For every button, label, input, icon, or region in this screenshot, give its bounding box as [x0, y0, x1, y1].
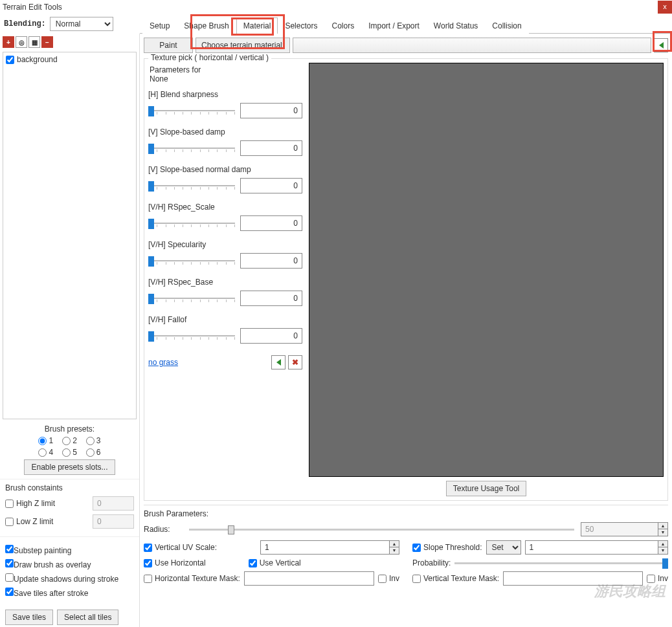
grass-prev-icon[interactable]: [271, 355, 286, 369]
tab-shape-brush[interactable]: Shape Brush: [177, 17, 236, 34]
layer-tree[interactable]: background: [3, 52, 137, 419]
preset-5[interactable]: 5: [62, 448, 77, 457]
param-slider-1[interactable]: [148, 142, 235, 154]
spin-down-icon[interactable]: ▼: [658, 529, 667, 536]
constraints-label: Brush constaints: [5, 483, 134, 492]
param-slider-3[interactable]: [148, 217, 235, 229]
grid-icon[interactable]: ▦: [28, 36, 40, 48]
tab-material[interactable]: Material: [236, 17, 278, 34]
window-title: Terrain Edit Tools: [3, 3, 62, 12]
probability-label: Probability:: [412, 558, 451, 567]
preset-3[interactable]: 3: [86, 436, 101, 445]
param-slider-2[interactable]: [148, 180, 235, 192]
params-target: None: [150, 74, 168, 83]
param-value-4[interactable]: [240, 253, 302, 269]
preset-4[interactable]: 4: [38, 448, 53, 457]
param-slider-4[interactable]: [148, 255, 235, 267]
no-grass-link[interactable]: no grass: [148, 358, 178, 367]
hmask-inv-check[interactable]: Inv: [378, 574, 399, 583]
radius-value[interactable]: [581, 522, 658, 536]
hmask-check[interactable]: Horizontal Texture Mask:: [144, 574, 240, 583]
brush-params-label: Brush Parameters:: [144, 509, 668, 518]
preset-1[interactable]: 1: [38, 436, 53, 445]
remove-icon[interactable]: −: [41, 36, 53, 48]
param-value-0[interactable]: [240, 103, 302, 118]
params-for-label: Parameters for: [150, 65, 201, 74]
param-slider-0[interactable]: [148, 105, 235, 116]
shadows-check[interactable]: Update shadows during stroke: [5, 573, 134, 584]
tab-collision[interactable]: Collision: [485, 17, 528, 34]
overlay-check[interactable]: Draw brush as overlay: [5, 559, 134, 569]
vmask-check[interactable]: Vertical Texture Mask:: [412, 574, 499, 583]
slope-value[interactable]: [525, 540, 658, 555]
preset-2[interactable]: 2: [62, 436, 77, 445]
param-slider-5[interactable]: [148, 292, 235, 304]
circle-icon[interactable]: ◎: [16, 36, 27, 48]
material-field[interactable]: [293, 38, 651, 53]
choose-material-label: Choose terrain material:: [196, 38, 290, 53]
grass-clear-icon[interactable]: ✖: [288, 355, 302, 369]
tab-import-export[interactable]: Import / Export: [361, 17, 427, 34]
lowz-check[interactable]: Low Z limit: [5, 517, 53, 526]
tab-world-status[interactable]: World Status: [427, 17, 485, 34]
select-all-tiles-button[interactable]: Select all tiles: [57, 610, 118, 625]
preset-6[interactable]: 6: [86, 448, 101, 457]
vuv-value[interactable]: [260, 540, 390, 555]
material-apply-icon[interactable]: [654, 38, 668, 52]
use-vertical-check[interactable]: Use Vertical: [249, 558, 301, 567]
param-value-3[interactable]: [240, 215, 302, 231]
texture-preview: [309, 63, 664, 477]
tab-colors[interactable]: Colors: [324, 17, 361, 34]
enable-presets-button[interactable]: Enable presets slots...: [24, 459, 115, 475]
radius-slider[interactable]: [189, 523, 574, 535]
slope-mode-select[interactable]: Set: [486, 540, 521, 555]
use-horizontal-check[interactable]: Use Horizontal: [144, 558, 206, 567]
probability-slider[interactable]: [454, 557, 668, 569]
substep-check[interactable]: Substep painting: [5, 545, 134, 555]
param-label-2: [V] Slope-based normal damp: [148, 165, 302, 174]
param-label-6: [V/H] Fallof: [148, 315, 302, 324]
hmask-field[interactable]: [244, 571, 374, 586]
close-button[interactable]: x: [658, 1, 672, 14]
texture-group-label: Texture pick ( horizontal / vertical ): [148, 53, 271, 62]
savetiles-check[interactable]: Save tiles after stroke: [5, 588, 134, 598]
radius-label: Radius:: [144, 525, 183, 534]
param-label-5: [V/H] RSpec_Base: [148, 278, 302, 287]
param-label-3: [V/H] RSpec_Scale: [148, 203, 302, 212]
save-tiles-button[interactable]: Save tiles: [5, 610, 53, 625]
texture-usage-button[interactable]: Texture Usage Tool: [446, 481, 527, 496]
vmask-field[interactable]: [503, 571, 643, 586]
add-icon[interactable]: +: [3, 36, 14, 48]
param-value-5[interactable]: [240, 291, 302, 306]
lowz-value: [93, 514, 134, 529]
vmask-inv-check[interactable]: Inv: [647, 574, 668, 583]
param-value-2[interactable]: [240, 178, 302, 193]
param-value-6[interactable]: [240, 328, 302, 344]
presets-label: Brush presets:: [5, 424, 134, 434]
vuv-check[interactable]: Vertical UV Scale:: [144, 543, 217, 552]
blending-select[interactable]: Normal: [50, 17, 113, 31]
tab-selectors[interactable]: Selectors: [278, 17, 324, 34]
param-label-1: [V] Slope-based damp: [148, 127, 302, 137]
highz-value: [93, 496, 134, 511]
paint-button[interactable]: Paint: [144, 38, 193, 53]
param-slider-6[interactable]: [148, 330, 235, 342]
slope-check[interactable]: Slope Threshold:: [412, 543, 482, 552]
highz-check[interactable]: High Z limit: [5, 499, 55, 508]
spin-up-icon[interactable]: ▲: [658, 523, 667, 529]
param-label-0: [H] Blend sharpness: [148, 90, 302, 99]
blending-label: Blending:: [4, 19, 46, 28]
background-layer[interactable]: background: [6, 55, 58, 64]
tab-setup[interactable]: Setup: [142, 17, 177, 34]
param-label-4: [V/H] Specularity: [148, 240, 302, 249]
param-value-1[interactable]: [240, 140, 302, 156]
